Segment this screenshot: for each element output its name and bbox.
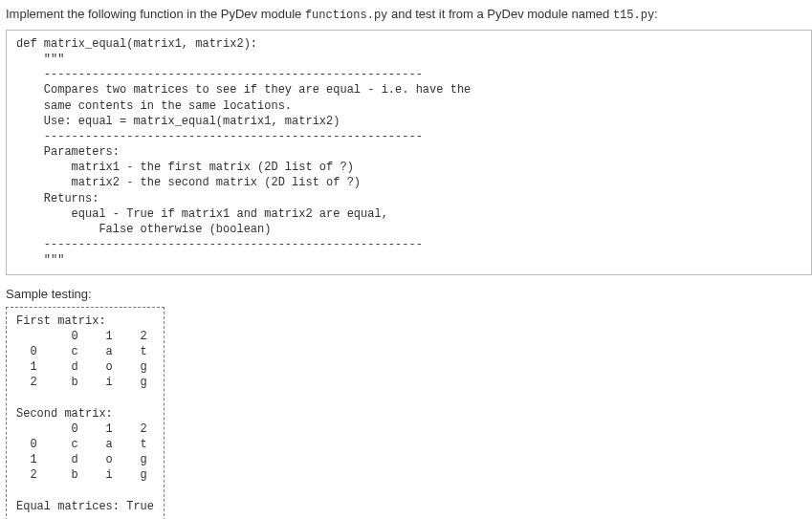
instruction-suffix: : <box>654 7 658 21</box>
sample-output-box: First matrix: 0 1 2 0 c a t 1 d o g 2 b … <box>6 307 165 519</box>
function-code: def matrix_equal(matrix1, matrix2): """ … <box>16 36 801 269</box>
instruction-prefix: Implement the following function in the … <box>6 7 305 21</box>
sample-output: First matrix: 0 1 2 0 c a t 1 d o g 2 b … <box>16 314 154 514</box>
sample-testing-label: Sample testing: <box>6 287 812 301</box>
module-name-functions: functions.py <box>305 9 387 22</box>
task-instruction: Implement the following function in the … <box>6 6 812 24</box>
instruction-middle: and test it from a PyDev module named <box>387 7 613 21</box>
module-name-test: t15.py <box>613 9 654 22</box>
function-docstring-box: def matrix_equal(matrix1, matrix2): """ … <box>6 30 812 275</box>
